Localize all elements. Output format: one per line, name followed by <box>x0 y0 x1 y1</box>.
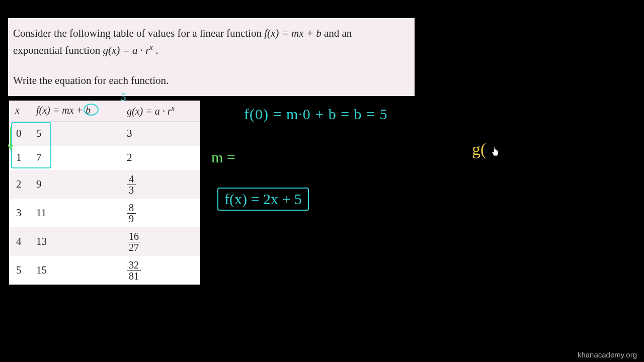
num: 2 <box>345 141 358 158</box>
cell-f: 13 <box>36 235 127 248</box>
frac-7-5: 7 - 5 1 - 0 <box>288 141 322 174</box>
problem-text-1a: Consider the following table of values f… <box>13 27 264 39</box>
frac-den: 3 <box>127 185 136 196</box>
cell-g: 43 <box>127 173 200 196</box>
problem-text-1b: and an <box>321 27 352 39</box>
frac-den: 81 <box>127 271 141 282</box>
handwriting-g-start: g( <box>472 140 486 159</box>
box-rows-0-1-annotation <box>11 122 51 168</box>
eq-result: = 2 <box>365 149 385 166</box>
frac-den: 9 <box>127 214 136 224</box>
five-over-b-annotation: 5 <box>121 90 126 104</box>
problem-statement: Consider the following table of values f… <box>8 18 415 96</box>
cell-f: 15 <box>36 264 127 277</box>
cell-g: 89 <box>127 202 200 224</box>
table-row: 4 13 1627 <box>9 227 200 256</box>
table-row: 2 9 43 <box>9 170 200 199</box>
head-f: f(x) = mx + b <box>36 105 127 117</box>
den: 1 <box>345 158 358 174</box>
cell-g: 2 <box>127 151 200 164</box>
frac-num: 4 <box>127 174 136 185</box>
num: 7 - 5 <box>288 141 322 158</box>
frac-num: 16 <box>127 231 141 242</box>
handwriting-f0: f(0) = m·0 + b = b = 5 <box>244 106 387 123</box>
frac-num: 32 <box>127 260 141 271</box>
head-g-sup: x <box>171 105 174 112</box>
eq: = <box>329 149 338 166</box>
cell-x: 4 <box>9 235 36 248</box>
problem-text-2b: . <box>153 44 158 56</box>
table-row: 5 15 3281 <box>9 256 200 285</box>
frac-2-1: 2 1 <box>345 141 358 174</box>
delta-x: Δx <box>243 158 266 174</box>
den: 1 - 0 <box>288 158 322 174</box>
head-g-base: g(x) = a · r <box>127 106 171 117</box>
watermark: khanacademy.org <box>578 350 637 359</box>
eq: = <box>273 149 281 166</box>
table-header: x f(x) = mx + b g(x) = a · rx 5 <box>9 101 200 122</box>
head-g: g(x) = a · rx <box>127 105 200 117</box>
cell-g: 3281 <box>127 259 200 282</box>
cell-x: 2 <box>9 178 36 191</box>
head-x: x <box>9 105 36 117</box>
handwriting-fx-boxed: f(x) = 2x + 5 <box>217 188 309 211</box>
frac-den: 27 <box>127 242 141 253</box>
problem-line-2: exponential function g(x) = a · rx . <box>13 42 410 59</box>
delta-frac: Δf Δx <box>243 141 266 174</box>
problem-text-2a: exponential function <box>13 44 103 56</box>
problem-eq-g-base: g(x) = a · r <box>103 44 149 56</box>
m-label: m = <box>211 149 235 166</box>
handwriting-m-line: m = Δf Δx = 7 - 5 1 - 0 = 2 1 = 2 <box>211 141 385 174</box>
cursor-pointer-icon <box>491 146 500 157</box>
cell-f: 11 <box>36 207 127 219</box>
cell-f: 9 <box>36 178 127 191</box>
problem-eq-f: f(x) = mx + b <box>264 27 321 39</box>
problem-prompt: Write the equation for each function. <box>13 72 410 89</box>
cell-g: 3 <box>127 127 200 140</box>
cell-x: 5 <box>9 264 36 277</box>
cell-x: 3 <box>9 207 36 219</box>
green-down-arrow-icon <box>7 127 14 152</box>
delta-f: Δf <box>244 141 264 158</box>
table-row: 3 11 89 <box>9 199 200 227</box>
frac-num: 8 <box>127 203 136 214</box>
cell-g: 1627 <box>127 230 200 253</box>
problem-line-1: Consider the following table of values f… <box>13 25 410 42</box>
circle-m-annotation <box>84 104 99 116</box>
